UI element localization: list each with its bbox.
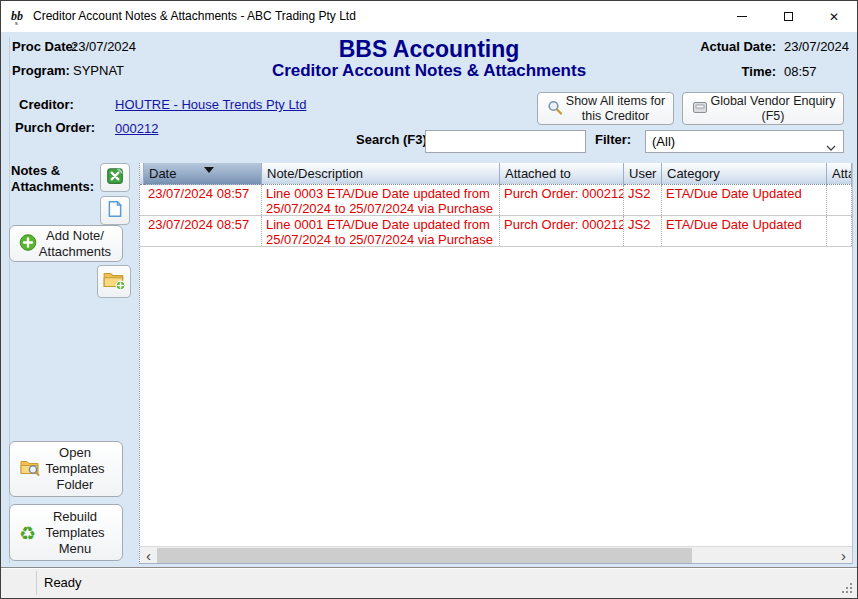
svg-text:s: s <box>15 19 18 26</box>
filter-dropdown[interactable]: (All) <box>645 130 844 153</box>
cell-attached-to: Purch Order: 000212 <box>500 216 624 246</box>
horizontal-scrollbar[interactable]: ‹ › <box>140 546 852 563</box>
cell-attachment <box>827 216 852 246</box>
global-vendor-enquiry-button[interactable]: Global Vendor Enquiry (F5) <box>682 92 844 125</box>
title-bar[interactable]: bb s Creditor Account Notes & Attachment… <box>1 1 857 32</box>
cell-date: 23/07/2024 08:57 <box>144 216 262 246</box>
filter-selected-value: (All) <box>652 134 675 149</box>
close-button[interactable]: ✕ <box>811 1 857 32</box>
purch-order-link[interactable]: 000212 <box>115 121 158 136</box>
card-file-icon <box>692 99 708 118</box>
cell-attached-to: Purch Order: 000212 <box>500 185 624 215</box>
filter-label: Filter: <box>595 132 631 147</box>
maximize-button[interactable] <box>765 1 811 32</box>
scroll-left-arrow[interactable]: ‹ <box>140 547 157 564</box>
actual-date-value: 23/07/2024 <box>784 39 849 54</box>
table-row[interactable]: 23/07/2024 08:57 Line 0001 ETA/Due Date … <box>140 216 852 247</box>
creditor-link[interactable]: HOUTRE - House Trends Pty Ltd <box>115 97 306 112</box>
plus-circle-icon <box>19 233 37 254</box>
notes-attachments-table: Date Note/Description Attached to User C… <box>139 163 853 564</box>
add-note-attachments-button[interactable]: Add Note/ Attachments <box>9 225 123 262</box>
maximize-icon <box>784 12 793 21</box>
chevron-down-icon <box>826 139 836 154</box>
scrollbar-thumb[interactable] <box>157 548 692 563</box>
search-icon <box>547 99 563 118</box>
column-header-user[interactable]: User <box>624 163 662 185</box>
export-excel-button[interactable] <box>100 163 130 192</box>
excel-icon <box>106 167 124 189</box>
column-header-note-description[interactable]: Note/Description <box>262 163 500 185</box>
cell-category: ETA/Due Date Updated <box>662 216 827 246</box>
cell-attachment <box>827 185 852 215</box>
recycle-icon: ♻ <box>19 523 36 542</box>
actual-date-label: Actual Date: <box>641 39 776 54</box>
creditor-label: Creditor: <box>19 97 74 112</box>
minimize-button[interactable] <box>719 1 765 32</box>
time-value: 08:57 <box>784 64 817 79</box>
resize-grip-icon[interactable] <box>850 583 852 585</box>
status-divider <box>36 571 37 595</box>
search-label: Search (F3): <box>356 132 431 147</box>
folder-search-icon <box>19 458 41 481</box>
bbs-logo-icon: bb s <box>10 8 28 26</box>
cell-note: Line 0003 ETA/Due Date updated from 25/0… <box>262 185 500 215</box>
folder-plus-icon <box>102 269 126 295</box>
open-templates-folder-button[interactable]: Open Templates Folder <box>9 441 123 497</box>
table-header-row: Date Note/Description Attached to User C… <box>140 163 852 185</box>
status-bar: Ready <box>1 567 857 598</box>
cell-date: 23/07/2024 08:57 <box>144 185 262 215</box>
column-header-date[interactable]: Date <box>144 163 262 185</box>
close-icon: ✕ <box>829 11 839 23</box>
column-header-category[interactable]: Category <box>662 163 827 185</box>
purch-order-label: Purch Order: <box>15 120 95 135</box>
show-all-items-button[interactable]: Show All items for this Creditor <box>537 92 674 125</box>
scroll-right-arrow[interactable]: › <box>835 547 852 564</box>
table-row[interactable]: 23/07/2024 08:57 Line 0003 ETA/Due Date … <box>140 185 852 216</box>
document-icon <box>106 200 124 222</box>
time-label: Time: <box>641 64 776 79</box>
notes-attachments-label: Notes & Attachments: <box>11 163 103 195</box>
cell-category: ETA/Due Date Updated <box>662 185 827 215</box>
search-input[interactable] <box>425 130 586 153</box>
column-header-attached-to[interactable]: Attached to <box>500 163 624 185</box>
new-document-button[interactable] <box>100 196 130 225</box>
cell-note: Line 0001 ETA/Due Date updated from 25/0… <box>262 216 500 246</box>
window-title: Creditor Account Notes & Attachments - A… <box>33 1 356 32</box>
column-header-attachment[interactable]: Attachment <box>827 163 852 185</box>
minimize-icon <box>737 16 747 17</box>
cell-user: JS2 <box>624 185 662 215</box>
rebuild-templates-menu-button[interactable]: ♻ Rebuild Templates Menu <box>9 504 123 561</box>
app-window: bb s Creditor Account Notes & Attachment… <box>0 0 858 599</box>
sort-descending-icon <box>204 167 214 173</box>
status-text: Ready <box>44 568 82 598</box>
add-from-folder-button[interactable] <box>97 265 131 298</box>
cell-user: JS2 <box>624 216 662 246</box>
